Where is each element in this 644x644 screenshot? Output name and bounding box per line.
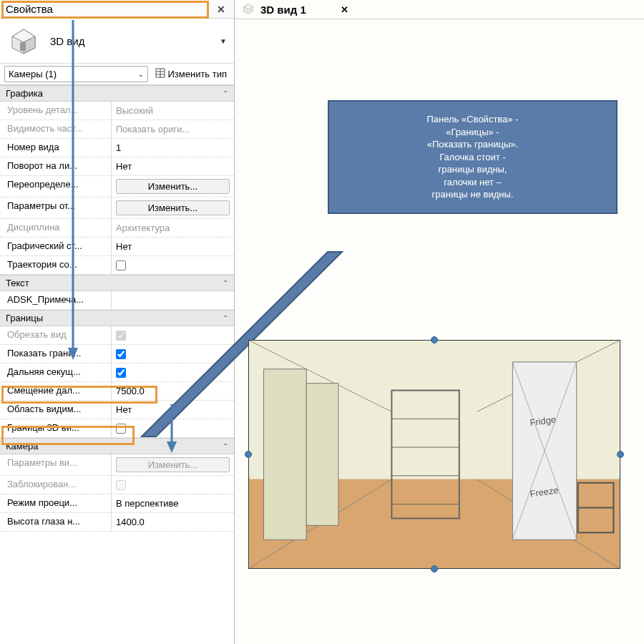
- svg-rect-18: [306, 384, 338, 526]
- group-text-title: Текст: [6, 278, 29, 288]
- label-gstyle: Графический ст...: [0, 238, 112, 255]
- viewport-3d[interactable]: Fridge Freeze: [248, 340, 620, 569]
- label-discipline: Дисциплина: [0, 219, 112, 237]
- row-crop[interactable]: Обрезать вид: [0, 326, 234, 345]
- view-tab[interactable]: 3D вид 1 ✕: [235, 0, 644, 19]
- type-label: 3D вид: [50, 35, 210, 47]
- row-viewparams[interactable]: Параметры ви... Изменить...: [0, 454, 234, 476]
- group-camera-header[interactable]: Камера ⌃: [0, 438, 234, 454]
- value-faroffset: 7500.0: [112, 382, 234, 400]
- row-override[interactable]: Переопределе... Изменить...: [0, 176, 234, 197]
- edit-type-button[interactable]: Изменить тип: [152, 67, 230, 82]
- callout-line: галочки нет –: [339, 176, 606, 189]
- label-visreg: Область видим...: [0, 401, 112, 419]
- callout-line: Панель «Свойства» -: [339, 113, 606, 126]
- label-viewparams: Параметры ви...: [0, 454, 112, 475]
- label-farclip: Дальняя секущ...: [0, 364, 112, 381]
- panel-header: Свойства ✕: [0, 0, 234, 19]
- type-selector[interactable]: 3D вид ▼: [0, 19, 234, 64]
- showcrop-checkbox[interactable]: [116, 349, 126, 359]
- group-text-header[interactable]: Текст ⌃: [0, 275, 234, 291]
- label-visibility: Видимость част...: [0, 120, 112, 138]
- farclip-checkbox[interactable]: [116, 368, 126, 378]
- label-projection: Режим проеци...: [0, 494, 112, 512]
- row-trajectory[interactable]: Траектория со...: [0, 256, 234, 275]
- grid-icon: [155, 68, 165, 80]
- row-adsk[interactable]: ADSK_Примеча...: [0, 291, 234, 310]
- row-projection[interactable]: Режим проеци... В перспективе: [0, 494, 234, 513]
- label-trajectory: Траектория со...: [0, 256, 112, 274]
- value-visibility: Показать ориги...: [112, 120, 234, 138]
- viewparams-button: Изменить...: [116, 457, 230, 472]
- svg-rect-17: [264, 369, 307, 540]
- locked-checkbox: [116, 480, 126, 490]
- value-discipline: Архитектура: [112, 219, 234, 237]
- row-gstyle[interactable]: Графический ст... Нет: [0, 238, 234, 256]
- kitchen-render: Fridge Freeze: [249, 341, 620, 568]
- callout-line: «Показать границы».: [339, 138, 606, 151]
- row-discipline[interactable]: Дисциплина Архитектура: [0, 219, 234, 238]
- bounds3d-checkbox[interactable]: [116, 424, 126, 434]
- crop-checkbox: [116, 331, 126, 341]
- override-button[interactable]: Изменить...: [116, 179, 230, 194]
- value-visreg: Нет: [112, 401, 234, 419]
- svg-rect-3: [20, 42, 26, 51]
- row-detail-level[interactable]: Уровень детал... Высокий: [0, 102, 234, 120]
- params-button[interactable]: Изменить...: [116, 200, 230, 215]
- group-bounds-header[interactable]: Границы ⌃: [0, 310, 234, 326]
- crop-handle-top[interactable]: [431, 336, 438, 343]
- edit-type-label: Изменить тип: [167, 69, 227, 79]
- row-locked[interactable]: Заблокирован...: [0, 476, 234, 494]
- panel-close-button[interactable]: ✕: [214, 4, 228, 15]
- crop-handle-right[interactable]: [617, 451, 624, 458]
- instance-row: Камеры (1) ⌄ Изменить тип: [0, 64, 234, 85]
- view-area: 3D вид 1 ✕ Панель «Свойства» - «Границы»…: [235, 0, 644, 644]
- panel-title: Свойства: [6, 3, 214, 15]
- caret-down-icon: ▼: [220, 37, 227, 45]
- view-tab-close[interactable]: ✕: [341, 4, 348, 15]
- row-farclip[interactable]: Дальняя секущ...: [0, 364, 234, 382]
- row-params[interactable]: Параметры от... Изменить...: [0, 197, 234, 219]
- crop-handle-bottom[interactable]: [431, 565, 438, 572]
- label-showcrop: Показать грани...: [0, 345, 112, 363]
- value-adsk: [112, 291, 234, 309]
- group-graphics-header[interactable]: Графика ⌃: [0, 85, 234, 102]
- label-faroffset: Смещение дал...: [0, 382, 112, 400]
- value-projection: В перспективе: [112, 494, 234, 512]
- row-showcrop[interactable]: Показать грани...: [0, 345, 234, 364]
- value-gstyle: Нет: [112, 238, 234, 255]
- row-eyeh[interactable]: Высота глаза н... 1400.0: [0, 513, 234, 532]
- group-camera-title: Камера: [6, 441, 38, 452]
- label-rotate: Поворот на ли...: [0, 157, 112, 175]
- callout-box: Панель «Свойства» - «Границы» - «Показат…: [328, 100, 618, 214]
- value-rotate: Нет: [112, 157, 234, 175]
- row-faroffset[interactable]: Смещение дал... 7500.0: [0, 382, 234, 401]
- house-3d-icon: [7, 26, 40, 56]
- row-visibility[interactable]: Видимость част... Показать ориги...: [0, 120, 234, 139]
- value-viewnum: 1: [112, 139, 234, 157]
- callout-line: границы не видны.: [339, 188, 606, 201]
- trajectory-checkbox[interactable]: [116, 260, 126, 270]
- label-eyeh: Высота глаза н...: [0, 513, 112, 531]
- row-bounds3d[interactable]: Границы 3D ви...: [0, 419, 234, 438]
- row-visreg[interactable]: Область видим... Нет: [0, 401, 234, 419]
- value-detail: Высокий: [112, 102, 234, 119]
- collapse-icon: ⌃: [223, 314, 228, 322]
- label-bounds3d: Границы 3D ви...: [0, 419, 112, 437]
- label-adsk: ADSK_Примеча...: [0, 291, 112, 309]
- row-rotate[interactable]: Поворот на ли... Нет: [0, 157, 234, 176]
- properties-panel: Свойства ✕ 3D вид ▼ Камеры (1) ⌄: [0, 0, 235, 644]
- group-bounds-title: Границы: [6, 313, 43, 323]
- value-eyeh: 1400.0: [112, 513, 234, 531]
- instance-combo[interactable]: Камеры (1) ⌄: [4, 66, 148, 82]
- label-locked: Заблокирован...: [0, 476, 112, 494]
- callout-line: «Границы» -: [339, 126, 606, 139]
- label-params: Параметры от...: [0, 197, 112, 218]
- row-viewnum[interactable]: Номер вида 1: [0, 139, 234, 157]
- house-3d-icon: [242, 3, 255, 16]
- collapse-icon: ⌃: [223, 279, 228, 287]
- crop-handle-left[interactable]: [245, 451, 252, 458]
- label-detail: Уровень детал...: [0, 102, 112, 119]
- label-override: Переопределе...: [0, 176, 112, 197]
- label-crop: Обрезать вид: [0, 326, 112, 344]
